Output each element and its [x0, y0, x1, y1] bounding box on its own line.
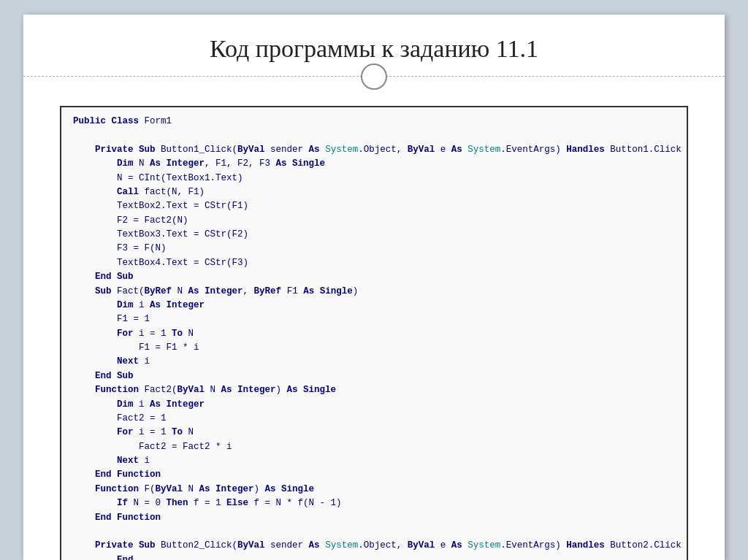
- code-line: End: [73, 553, 675, 560]
- slide: Код программы к заданию 11.1 Public Clas…: [23, 15, 725, 560]
- code-line: Next i: [73, 355, 675, 369]
- code-line: End Function: [73, 511, 675, 525]
- code-line: Fact2 = 1: [73, 412, 675, 426]
- code-line: Function F(ByVal N As Integer) As Single: [73, 483, 675, 496]
- code-line: Sub Fact(ByRef N As Integer, ByRef F1 As…: [73, 285, 675, 299]
- code-line: Dim i As Integer: [73, 299, 675, 312]
- code-line: F2 = Fact2(N): [73, 214, 675, 228]
- code-line: End Sub: [73, 270, 675, 284]
- code-block: Public Class Form1 Private Sub Button1_C…: [60, 106, 688, 560]
- code-line: Fact2 = Fact2 * i: [73, 440, 675, 454]
- code-line: F3 = F(N): [73, 242, 675, 256]
- slide-title: Код программы к заданию 11.1: [53, 35, 695, 63]
- code-line: For i = 1 To N: [73, 426, 675, 440]
- code-line: TextBox3.Text = CStr(F2): [73, 228, 675, 242]
- code-line: For i = 1 To N: [73, 327, 675, 341]
- code-line: Public Class Form1: [73, 115, 675, 129]
- code-line: Call fact(N, F1): [73, 185, 675, 199]
- code-line: F1 = F1 * i: [73, 341, 675, 355]
- code-line: End Function: [73, 468, 675, 482]
- code-line: N = CInt(TextBox1.Text): [73, 172, 675, 185]
- code-line: Next i: [73, 454, 675, 468]
- code-line: [73, 129, 675, 142]
- code-line: Dim i As Integer: [73, 398, 675, 412]
- code-line: End Sub: [73, 369, 675, 383]
- code-line: TextBox2.Text = CStr(F1): [73, 199, 675, 213]
- code-line: Private Sub Button2_Click(ByVal sender A…: [73, 539, 675, 553]
- title-area: Код программы к заданию 11.1: [23, 15, 725, 77]
- code-line: F1 = 1: [73, 312, 675, 326]
- code-line: Private Sub Button1_Click(ByVal sender A…: [73, 143, 675, 157]
- code-line: [73, 525, 675, 539]
- code-line: If N = 0 Then f = 1 Else f = N * f(N - 1…: [73, 496, 675, 510]
- circle-decoration: [361, 64, 387, 90]
- code-line: Function Fact2(ByVal N As Integer) As Si…: [73, 383, 675, 397]
- code-line: Dim N As Integer, F1, F2, F3 As Single: [73, 157, 675, 171]
- code-line: TextBox4.Text = CStr(F3): [73, 256, 675, 270]
